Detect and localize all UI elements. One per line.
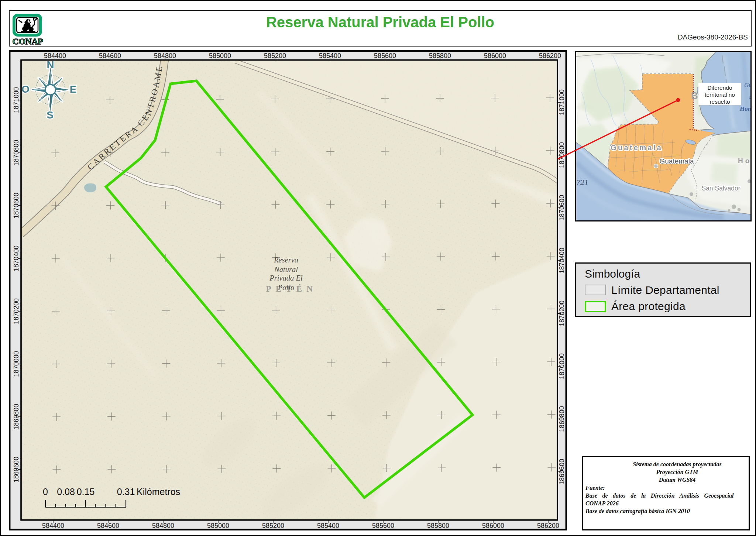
svg-text:1869600: 1869600 <box>558 459 566 485</box>
svg-text:584600: 584600 <box>99 52 121 59</box>
svg-text:585800: 585800 <box>427 522 449 529</box>
svg-text:1870800: 1870800 <box>13 140 20 166</box>
svg-text:584800: 584800 <box>154 52 176 59</box>
svg-text:Kilómetros: Kilómetros <box>137 487 180 497</box>
svg-text:585800: 585800 <box>429 52 451 59</box>
svg-text:San Salvador: San Salvador <box>701 185 740 192</box>
svg-text:1869800: 1869800 <box>558 406 566 432</box>
svg-text:1870400: 1870400 <box>13 245 20 271</box>
svg-text:584400: 584400 <box>42 522 64 529</box>
svg-text:585000: 585000 <box>207 522 229 529</box>
svg-text:585200: 585200 <box>264 52 286 59</box>
svg-text:Natural: Natural <box>274 265 298 274</box>
svg-text:1869800: 1869800 <box>13 404 20 430</box>
svg-text:1870600: 1870600 <box>558 195 566 221</box>
svg-text:586200: 586200 <box>537 522 559 529</box>
svg-text:territorial no: territorial no <box>705 92 735 98</box>
svg-text:N: N <box>47 59 54 71</box>
svg-text:586000: 586000 <box>482 522 504 529</box>
svg-text:resuelto: resuelto <box>709 99 730 105</box>
svg-text:Hon: Hon <box>739 105 751 112</box>
svg-text:585600: 585600 <box>372 522 394 529</box>
svg-text:585400: 585400 <box>317 522 339 529</box>
svg-text:1870600: 1870600 <box>13 193 20 219</box>
svg-text:0.08: 0.08 <box>57 487 75 497</box>
svg-text:1871000: 1871000 <box>558 89 566 115</box>
svg-text:1870400: 1870400 <box>558 248 566 274</box>
svg-text:1870800: 1870800 <box>558 142 566 168</box>
svg-text:0: 0 <box>43 487 48 497</box>
svg-text:584800: 584800 <box>152 522 174 529</box>
svg-text:Guatemala: Guatemala <box>660 157 694 165</box>
svg-text:1870000: 1870000 <box>558 353 566 379</box>
svg-text:1870200: 1870200 <box>558 300 566 326</box>
svg-text:1870000: 1870000 <box>13 351 20 377</box>
svg-text:585200: 585200 <box>262 522 284 529</box>
svg-text:Guatemala: Guatemala <box>611 143 663 152</box>
svg-text:E: E <box>70 83 76 95</box>
svg-text:586200: 586200 <box>539 52 561 59</box>
svg-text:584600: 584600 <box>97 522 119 529</box>
svg-text:585600: 585600 <box>374 52 396 59</box>
svg-text:Privada El: Privada El <box>269 274 303 282</box>
svg-text:B: B <box>691 90 698 101</box>
svg-text:O: O <box>21 83 29 95</box>
svg-text:586000: 586000 <box>484 52 506 59</box>
svg-text:Reserva: Reserva <box>274 256 298 264</box>
svg-text:585400: 585400 <box>319 52 341 59</box>
svg-text:584400: 584400 <box>44 52 66 59</box>
svg-text:721: 721 <box>576 178 588 187</box>
svg-text:0.15: 0.15 <box>77 487 95 497</box>
svg-text:Ho: Ho <box>738 157 752 165</box>
svg-text:1870200: 1870200 <box>13 298 20 324</box>
svg-text:0.31: 0.31 <box>117 487 135 497</box>
svg-text:S: S <box>47 109 53 121</box>
svg-text:Diferendo: Diferendo <box>707 85 732 91</box>
svg-text:1871000: 1871000 <box>13 87 20 113</box>
svg-text:1869600: 1869600 <box>13 457 20 482</box>
svg-text:Pollo: Pollo <box>278 284 294 292</box>
svg-text:585000: 585000 <box>209 52 231 59</box>
